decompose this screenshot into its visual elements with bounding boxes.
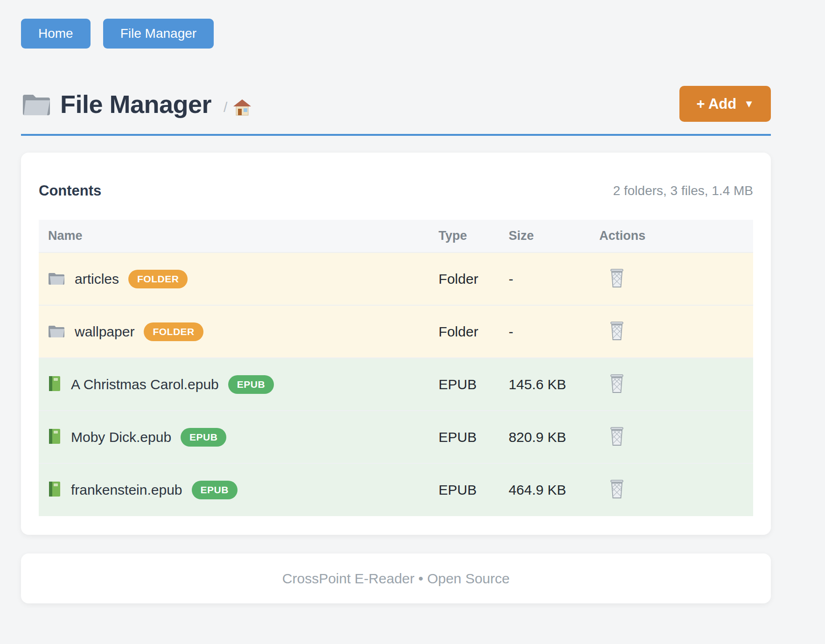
breadcrumb: / <box>224 92 252 116</box>
file-name[interactable]: wallpaper <box>75 324 134 340</box>
book-icon <box>48 428 62 446</box>
table-row-articles[interactable]: articles FOLDER Folder - <box>39 252 753 305</box>
column-header-name: Name <box>39 220 438 252</box>
table-row-christmas-carol[interactable]: A Christmas Carol.epub EPUB EPUB 145.6 K… <box>39 358 753 411</box>
type-cell: Folder <box>438 305 508 358</box>
type-cell: EPUB <box>438 411 508 463</box>
page-title: File Manager <box>60 90 211 119</box>
column-header-size: Size <box>508 220 599 252</box>
type-cell: Folder <box>438 252 508 305</box>
type-cell: EPUB <box>438 463 508 516</box>
table-header-row: Name Type Size Actions <box>39 220 753 252</box>
size-cell: - <box>508 252 599 305</box>
footer-card: CrossPoint E-Reader • Open Source <box>21 553 771 603</box>
file-name[interactable]: articles <box>75 271 119 287</box>
trash-icon[interactable] <box>608 427 625 446</box>
file-name[interactable]: frankenstein.epub <box>71 482 182 498</box>
folder-icon <box>21 91 52 117</box>
type-badge: FOLDER <box>144 322 203 341</box>
top-nav: Home File Manager <box>21 0 771 49</box>
trash-icon[interactable] <box>608 479 625 499</box>
size-cell: 820.9 KB <box>508 411 599 463</box>
type-badge: EPUB <box>228 375 274 394</box>
type-badge: EPUB <box>192 481 238 499</box>
file-table: Name Type Size Actions <box>39 220 753 516</box>
size-cell: - <box>508 305 599 358</box>
table-row-frankenstein[interactable]: frankenstein.epub EPUB EPUB 464.9 KB <box>39 463 753 516</box>
folder-icon <box>48 323 65 340</box>
table-row-wallpaper[interactable]: wallpaper FOLDER Folder - <box>39 305 753 358</box>
file-name[interactable]: Moby Dick.epub <box>71 429 171 445</box>
add-button-label: + Add <box>696 96 736 112</box>
column-header-type: Type <box>438 220 508 252</box>
trash-icon[interactable] <box>608 268 625 288</box>
size-cell: 145.6 KB <box>508 358 599 411</box>
chevron-down-icon: ▼ <box>744 99 754 109</box>
type-badge: FOLDER <box>128 270 188 288</box>
column-header-actions: Actions <box>599 220 753 252</box>
page-header: File Manager / + Add ▼ <box>21 86 771 122</box>
folder-icon <box>48 271 65 287</box>
table-row-moby-dick[interactable]: Moby Dick.epub EPUB EPUB 820.9 KB <box>39 411 753 463</box>
nav-button-home[interactable]: Home <box>21 19 91 49</box>
type-badge: EPUB <box>181 428 226 447</box>
home-icon[interactable] <box>233 98 252 116</box>
book-icon <box>48 376 62 393</box>
header-divider <box>21 134 771 136</box>
nav-button-file-manager[interactable]: File Manager <box>103 19 214 49</box>
breadcrumb-separator: / <box>224 99 227 115</box>
contents-card: Contents 2 folders, 3 files, 1.4 MB Name… <box>21 153 771 535</box>
add-button[interactable]: + Add ▼ <box>679 86 771 122</box>
contents-card-header: Contents 2 folders, 3 files, 1.4 MB <box>39 182 753 199</box>
book-icon <box>48 481 62 499</box>
size-cell: 464.9 KB <box>508 463 599 516</box>
footer-text: CrossPoint E-Reader • Open Source <box>282 571 510 587</box>
trash-icon[interactable] <box>608 321 625 341</box>
contents-summary: 2 folders, 3 files, 1.4 MB <box>613 183 753 198</box>
contents-heading: Contents <box>39 182 101 199</box>
type-cell: EPUB <box>438 358 508 411</box>
page-content: Home File Manager File Manager / + Ad <box>21 0 771 603</box>
trash-icon[interactable] <box>608 374 625 393</box>
file-name[interactable]: A Christmas Carol.epub <box>71 377 219 392</box>
